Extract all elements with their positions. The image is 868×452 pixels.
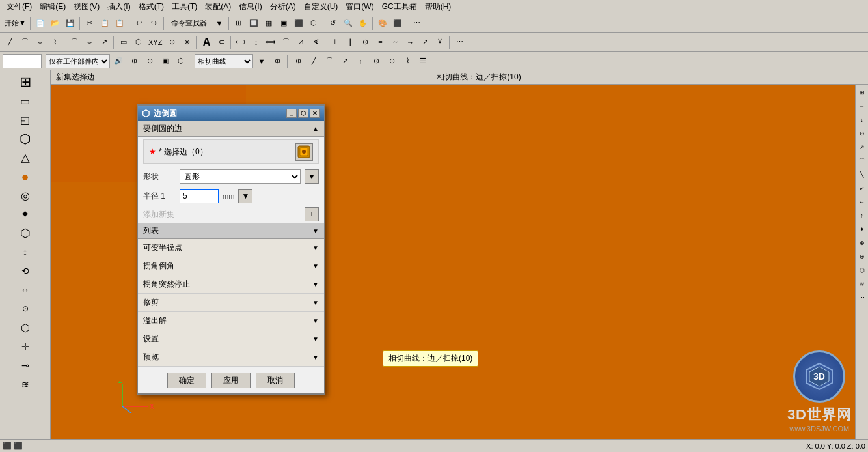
- dim-btn6[interactable]: ∢: [308, 35, 323, 49]
- snap-btn1[interactable]: ⊕: [127, 54, 141, 68]
- collapsible-variable-radius[interactable]: 可变半径点 ▼: [138, 239, 324, 257]
- more-btn[interactable]: ⋯: [410, 16, 424, 31]
- dim-btn2[interactable]: ↕: [249, 35, 263, 49]
- text-btn[interactable]: A: [199, 35, 213, 49]
- ok-button[interactable]: 确定: [167, 373, 206, 388]
- menu-tools[interactable]: 工具(T): [168, 1, 201, 12]
- menu-file[interactable]: 文件(F): [3, 1, 36, 12]
- left-tool-11[interactable]: ↔: [7, 281, 44, 299]
- left-tool-1[interactable]: ▭: [7, 92, 44, 110]
- collapsible-overflow[interactable]: 溢出解 ▼: [138, 312, 324, 330]
- collapsible-settings[interactable]: 设置 ▼: [138, 330, 324, 348]
- sketch-btn6[interactable]: ⌣: [82, 35, 96, 49]
- right-tool-15[interactable]: ⋯: [857, 291, 867, 304]
- left-tool-12[interactable]: ⊙: [7, 300, 44, 318]
- dialog-restore-btn[interactable]: ⬡: [298, 109, 308, 118]
- collapsible-corner-stop[interactable]: 拐角突然停止 ▼: [138, 275, 324, 294]
- view-btn3[interactable]: ▦: [262, 16, 276, 31]
- left-tool-2[interactable]: ◱: [7, 111, 44, 129]
- sketch-btn9[interactable]: ⬡: [131, 35, 146, 49]
- sketch-btn10[interactable]: XYZ: [146, 35, 164, 49]
- radius-input[interactable]: [180, 189, 219, 203]
- const-btn4[interactable]: ≡: [373, 35, 387, 49]
- filter-dropdown[interactable]: 仅在工作部件内: [46, 54, 110, 68]
- sketch-btn13[interactable]: ⊂: [214, 35, 228, 49]
- sketch-btn2[interactable]: ⌒: [18, 35, 32, 49]
- const-btn3[interactable]: ⊙: [358, 35, 372, 49]
- pan-btn[interactable]: ✋: [356, 16, 370, 31]
- snap-more6[interactable]: ⊙: [369, 54, 383, 68]
- collapsible-preview[interactable]: 预览 ▼: [138, 348, 324, 367]
- list-section[interactable]: 列表 ▼: [138, 223, 324, 239]
- select-edge-button[interactable]: [295, 143, 313, 161]
- collapsible-trim[interactable]: 修剪 ▼: [138, 294, 324, 312]
- dialog-close-btn[interactable]: ✕: [310, 109, 320, 118]
- render-btn1[interactable]: 🎨: [375, 16, 390, 31]
- view-btn2[interactable]: 🔲: [247, 16, 261, 31]
- right-tool-1[interactable]: →: [857, 100, 867, 113]
- render-btn2[interactable]: ⬛: [390, 16, 405, 31]
- curve-dropdown[interactable]: 相切曲线: [195, 54, 253, 68]
- sketch-btn1[interactable]: ╱: [3, 35, 17, 49]
- right-tool-9[interactable]: ↑: [857, 209, 867, 222]
- snap-more8[interactable]: ⌇: [400, 54, 414, 68]
- left-tool-9[interactable]: ↕: [7, 243, 44, 261]
- snap-btn3[interactable]: ▣: [158, 54, 172, 68]
- right-tool-10[interactable]: ✦: [857, 223, 867, 236]
- command-finder[interactable]: 命令查找器: [167, 16, 211, 31]
- menu-help[interactable]: 帮助(H): [421, 1, 455, 12]
- new-btn[interactable]: 📄: [33, 16, 47, 31]
- menu-analysis[interactable]: 分析(A): [266, 1, 300, 12]
- left-tool-6[interactable]: ◎: [7, 186, 44, 205]
- redo-btn[interactable]: ↪: [147, 16, 161, 31]
- right-tool-11[interactable]: ⊕: [857, 236, 867, 249]
- menu-format[interactable]: 格式(T): [135, 1, 168, 12]
- menu-assembly[interactable]: 装配(A): [201, 1, 235, 12]
- sketch-btn5[interactable]: ⌒: [67, 35, 81, 49]
- left-tool-5[interactable]: ●: [7, 167, 44, 186]
- right-tool-5[interactable]: ⌒: [857, 154, 867, 167]
- menu-edit[interactable]: 编辑(E): [36, 1, 70, 12]
- view-btn4[interactable]: ▣: [277, 16, 291, 31]
- right-tool-4[interactable]: ↗: [857, 141, 867, 154]
- dim-btn1[interactable]: ⟷: [234, 35, 248, 49]
- left-tool-10[interactable]: ⟲: [7, 262, 44, 280]
- right-tool-6[interactable]: ╲: [857, 168, 867, 181]
- radius-btn[interactable]: ▼: [238, 189, 252, 203]
- paste-btn[interactable]: 📋: [113, 16, 127, 31]
- right-tool-12[interactable]: ⊗: [857, 250, 867, 263]
- sketch-btn8[interactable]: ▭: [116, 35, 131, 49]
- snap-more9[interactable]: ☰: [416, 54, 430, 68]
- left-tool-3[interactable]: ⬡: [7, 130, 44, 148]
- dim-btn3[interactable]: ⟺: [264, 35, 278, 49]
- curve-btn1[interactable]: ⊕: [270, 54, 284, 68]
- filter-icon[interactable]: 🔊: [111, 54, 126, 68]
- menu-gctoolbox[interactable]: GC工具箱: [378, 1, 421, 12]
- snap-more2[interactable]: ╱: [306, 54, 321, 68]
- snap-more5[interactable]: ↑: [353, 54, 368, 68]
- snap-more7[interactable]: ⊙: [385, 54, 399, 68]
- shape-btn[interactable]: ▼: [305, 169, 319, 184]
- view-btn5[interactable]: ⬛: [292, 16, 306, 31]
- cut-btn[interactable]: ✂: [83, 16, 97, 31]
- sketch-btn12[interactable]: ⊗: [180, 35, 194, 49]
- collapsible-corner-fillet[interactable]: 拐角倒角 ▼: [138, 257, 324, 275]
- const-btn2[interactable]: ∥: [343, 35, 357, 49]
- apply-button[interactable]: 应用: [211, 373, 251, 388]
- cancel-button[interactable]: 取消: [256, 373, 295, 388]
- right-tool-7[interactable]: ↙: [857, 182, 867, 195]
- right-tool-2[interactable]: ↓: [857, 113, 867, 126]
- copy-btn[interactable]: 📋: [98, 16, 112, 31]
- undo-btn[interactable]: ↩: [132, 16, 146, 31]
- view-btn6[interactable]: ⬡: [306, 16, 321, 31]
- left-tool-4[interactable]: △: [7, 148, 44, 167]
- right-tool-14[interactable]: ≋: [857, 277, 867, 290]
- dialog-titlebar[interactable]: ⬡ 边倒圆 _ ⬡ ✕: [138, 106, 324, 121]
- left-tool-16[interactable]: ≋: [7, 375, 44, 393]
- left-tool-0[interactable]: ⊞: [7, 73, 44, 91]
- left-tool-7[interactable]: ✦: [7, 205, 44, 223]
- snap-btn4[interactable]: ⬡: [174, 54, 188, 68]
- curve-drop-arrow[interactable]: ▼: [254, 54, 269, 68]
- sketch-btn4[interactable]: ⌇: [47, 35, 62, 49]
- right-tool-0[interactable]: ⊞: [857, 86, 867, 99]
